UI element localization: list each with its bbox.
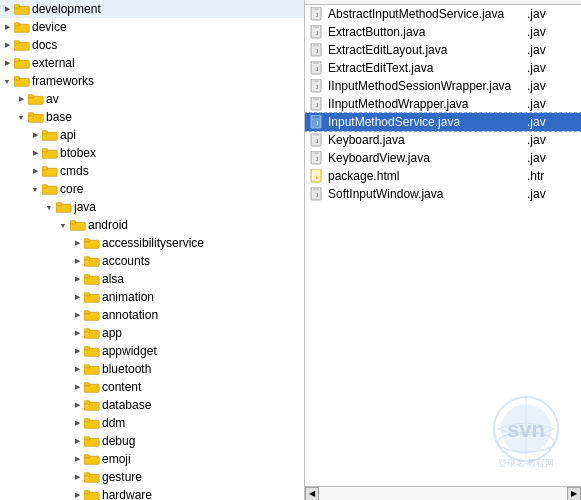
scroll-right-button[interactable]: ▶ xyxy=(567,487,581,501)
expand-icon[interactable]: ▶ xyxy=(70,398,84,412)
expand-icon[interactable]: ▶ xyxy=(70,236,84,250)
expand-icon[interactable]: ▶ xyxy=(28,128,42,142)
expand-icon[interactable]: ▶ xyxy=(14,92,28,106)
svg-rect-92 xyxy=(313,188,319,190)
folder-icon-cmds xyxy=(42,164,58,178)
expand-icon[interactable]: ▶ xyxy=(70,488,84,500)
tree-item-docs[interactable]: ▶ docs xyxy=(0,36,304,54)
file-row-7[interactable]: J Keyboard.java.jav xyxy=(305,131,581,149)
svg-rect-3 xyxy=(14,22,20,25)
expand-icon[interactable]: ▶ xyxy=(28,146,42,160)
expand-icon[interactable]: ▶ xyxy=(70,470,84,484)
collapse-icon[interactable]: ▼ xyxy=(42,200,56,214)
expand-icon[interactable]: ▶ xyxy=(70,380,84,394)
svg-rect-15 xyxy=(42,130,48,133)
svg-rect-87 xyxy=(313,152,319,154)
tree-item-android[interactable]: ▼ android xyxy=(0,216,304,234)
folder-icon-hardware xyxy=(84,488,100,500)
svg-text:J: J xyxy=(315,120,318,126)
expand-icon[interactable]: ▶ xyxy=(70,434,84,448)
tree-item-api[interactable]: ▶ api xyxy=(0,126,304,144)
folder-icon-appwidget xyxy=(84,344,100,358)
tree-item-content[interactable]: ▶ content xyxy=(0,378,304,396)
tree-item-annotation[interactable]: ▶ annotation xyxy=(0,306,304,324)
svg-rect-66 xyxy=(313,26,319,28)
file-row-8[interactable]: J KeyboardView.java.jav xyxy=(305,149,581,167)
svg-rect-39 xyxy=(84,346,90,349)
tree-item-accounts[interactable]: ▶ accounts xyxy=(0,252,304,270)
file-row-1[interactable]: J ExtractButton.java.jav xyxy=(305,23,581,41)
collapse-icon[interactable]: ▼ xyxy=(28,182,42,196)
tree-item-external[interactable]: ▶ external xyxy=(0,54,304,72)
folder-icon-core xyxy=(42,182,58,196)
folder-icon-emoji xyxy=(84,452,100,466)
tree-item-emoji[interactable]: ▶ emoji xyxy=(0,450,304,468)
expand-icon[interactable]: ▶ xyxy=(0,20,14,34)
tree-label-core: core xyxy=(60,180,83,198)
file-row-0[interactable]: J AbstractInputMethodService.java.jav xyxy=(305,5,581,23)
tree-item-animation[interactable]: ▶ animation xyxy=(0,288,304,306)
expand-icon[interactable]: ▶ xyxy=(70,254,84,268)
svg-rect-9 xyxy=(14,76,20,79)
file-row-2[interactable]: J ExtractEditLayout.java.jav xyxy=(305,41,581,59)
file-row-3[interactable]: J ExtractEditText.java.jav xyxy=(305,59,581,77)
tree-item-hardware[interactable]: ▶ hardware xyxy=(0,486,304,500)
tree-item-base[interactable]: ▼ base xyxy=(0,108,304,126)
tree-item-frameworks[interactable]: ▼ frameworks xyxy=(0,72,304,90)
expand-icon[interactable]: ▶ xyxy=(0,2,14,16)
svg-rect-63 xyxy=(313,8,319,10)
collapse-icon[interactable]: ▼ xyxy=(0,74,14,88)
tree-item-debug[interactable]: ▶ debug xyxy=(0,432,304,450)
tree-item-alsa[interactable]: ▶ alsa xyxy=(0,270,304,288)
svg-rect-27 xyxy=(84,238,90,241)
file-row-10[interactable]: J SoftInputWindow.java.jav xyxy=(305,185,581,203)
svg-rect-31 xyxy=(84,274,90,277)
tree-item-appwidget[interactable]: ▶ appwidget xyxy=(0,342,304,360)
expand-icon[interactable]: ▶ xyxy=(70,362,84,376)
horizontal-scrollbar[interactable]: ◀ ▶ xyxy=(305,486,581,500)
collapse-icon[interactable]: ▼ xyxy=(56,218,70,232)
file-row-4[interactable]: J IInputMethodSessionWrapper.java.jav xyxy=(305,77,581,95)
expand-icon[interactable]: ▶ xyxy=(70,290,84,304)
tree-item-btobex[interactable]: ▶ btobex xyxy=(0,144,304,162)
expand-icon[interactable]: ▶ xyxy=(70,308,84,322)
expand-icon[interactable]: ▶ xyxy=(70,416,84,430)
expand-icon[interactable]: ▶ xyxy=(0,56,14,70)
file-ext-4: .jav xyxy=(527,79,577,93)
file-row-6[interactable]: J InputMethodService.java.jav xyxy=(305,113,581,131)
svg-rect-69 xyxy=(313,44,319,46)
tree-item-java[interactable]: ▼ java xyxy=(0,198,304,216)
file-row-9[interactable]: H package.html.htr xyxy=(305,167,581,185)
file-icon-5: J xyxy=(309,97,325,111)
expand-icon[interactable]: ▶ xyxy=(0,38,14,52)
collapse-icon[interactable]: ▼ xyxy=(14,110,28,124)
file-row-5[interactable]: J IInputMethodWrapper.java.jav xyxy=(305,95,581,113)
tree-item-app[interactable]: ▶ app xyxy=(0,324,304,342)
tree-item-core[interactable]: ▼ core xyxy=(0,180,304,198)
tree-item-database[interactable]: ▶ database xyxy=(0,396,304,414)
file-list-panel: J AbstractInputMethodService.java.jav J … xyxy=(305,0,581,500)
folder-icon-android xyxy=(70,218,86,232)
tree-item-accessibilityservice[interactable]: ▶ accessibilityservice xyxy=(0,234,304,252)
tree-item-av[interactable]: ▶ av xyxy=(0,90,304,108)
file-icon-6: J xyxy=(309,115,325,129)
scroll-left-button[interactable]: ◀ xyxy=(305,487,319,501)
expand-icon[interactable]: ▶ xyxy=(28,164,42,178)
tree-item-device[interactable]: ▶ device xyxy=(0,18,304,36)
svg-text:J: J xyxy=(315,156,318,162)
tree-item-development[interactable]: ▶ development xyxy=(0,0,304,18)
tree-label-accounts: accounts xyxy=(102,252,150,270)
folder-icon-debug xyxy=(84,434,100,448)
expand-icon[interactable]: ▶ xyxy=(70,452,84,466)
expand-icon[interactable]: ▶ xyxy=(70,272,84,286)
expand-icon[interactable]: ▶ xyxy=(70,326,84,340)
tree-item-cmds[interactable]: ▶ cmds xyxy=(0,162,304,180)
file-icon-3: J xyxy=(309,61,325,75)
tree-item-gesture[interactable]: ▶ gesture xyxy=(0,468,304,486)
tree-label-android: android xyxy=(88,216,128,234)
scroll-track[interactable] xyxy=(319,487,567,501)
svg-rect-25 xyxy=(70,220,76,223)
expand-icon[interactable]: ▶ xyxy=(70,344,84,358)
tree-item-bluetooth[interactable]: ▶ bluetooth xyxy=(0,360,304,378)
tree-item-ddm[interactable]: ▶ ddm xyxy=(0,414,304,432)
